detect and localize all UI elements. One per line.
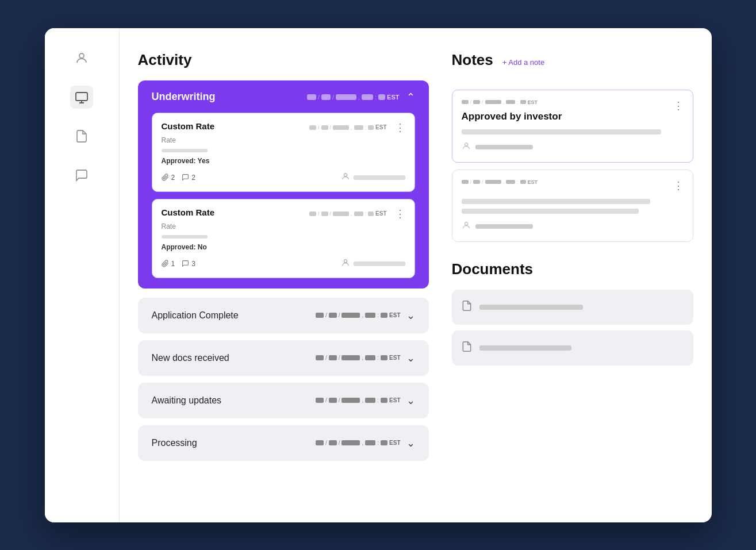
activity-chevron-2[interactable]: ⌄ [406,394,415,407]
notes-title: Notes [452,51,493,69]
sub-card-2[interactable]: Custom Rate / / , : [152,199,415,278]
sub-card-2-date: / / , : EST [309,210,387,217]
sub-card-2-title: Custom Rate [162,207,215,217]
sub-card-2-avatar-bar [354,261,405,266]
sidebar [45,28,120,522]
sub-card-2-comment-count: 3 [191,260,195,268]
activity-item-title-2: Awaiting updates [152,395,222,406]
note-card-2-avatar-icon [462,221,471,232]
activity-item-title-0: Application Complete [152,310,239,321]
underwriting-header: Underwriting / / , : EST [152,91,415,103]
note-card-1-footer [462,141,684,153]
document-icon[interactable] [70,125,93,148]
sub-card-2-header: Custom Rate / / , : [162,207,405,220]
sub-card-2-approved: Approved: No [162,243,405,251]
right-column: Notes + Add a note / / , [452,51,693,499]
activity-date-1: / / , : EST [316,355,401,361]
note-card-1[interactable]: / / , : EST Approved by investor [452,90,693,163]
note-card-2-header: / / , : EST ⋮ [462,179,684,192]
doc-file-icon-1 [461,300,473,314]
svg-point-4 [465,143,467,145]
sub-card-2-attach-count: 1 [171,260,175,268]
documents-section: Documents [452,260,693,366]
sub-card-2-avatar [341,258,405,270]
note-card-1-avatar-bar [475,145,533,149]
sub-card-1-footer: 2 2 [162,172,405,183]
note-card-1-avatar-icon [462,141,471,153]
note-card-1-menu-icon[interactable]: ⋮ [669,99,684,112]
sub-card-1-comment-count: 2 [191,174,195,182]
underwriting-card[interactable]: Underwriting / / , : EST [138,80,429,289]
note-card-1-left: / / , : EST Approved by investor [462,99,562,122]
user-icon[interactable] [70,47,93,70]
note-card-2-text-2 [462,209,639,214]
main-content: Activity Underwriting / / , [120,28,712,522]
doc-item-1-bar [479,305,583,310]
notes-section: Notes + Add a note / / , [452,51,693,242]
activity-item-right-2: / / , : EST ⌄ [316,394,415,407]
underwriting-date: / / , : EST [307,94,400,101]
doc-item-2-bar [479,345,571,351]
activity-item-new-docs[interactable]: New docs received / / , : EST ⌄ [138,340,429,376]
underwriting-title: Underwriting [152,91,216,103]
sub-card-2-avatar-icon [341,258,350,270]
note-card-2-text-1 [462,199,650,204]
activity-est-2: EST [389,397,400,403]
activity-date-0: / / , : EST [316,312,401,318]
monitor-icon[interactable] [70,86,93,109]
svg-point-2 [344,173,347,176]
notes-header: Notes + Add a note [452,51,693,80]
note-card-2-menu-icon[interactable]: ⋮ [669,179,684,192]
activity-item-title-3: Processing [152,438,197,448]
sub-card-1-attach-count: 2 [171,174,175,182]
sub-card-1-title: Custom Rate [162,121,215,131]
activity-item-title-1: New docs received [152,353,229,363]
note-card-1-header: / / , : EST Approved by investor [462,99,684,122]
activity-est-0: EST [389,312,400,318]
note-card-1-date: / / , : EST [462,99,562,105]
activity-item-right-0: / / , : EST ⌄ [316,309,415,322]
documents-title: Documents [452,260,693,278]
note-card-1-est: EST [528,99,538,105]
sub-card-1[interactable]: Custom Rate / / , : [152,113,415,192]
activity-item-right-3: / / , : EST ⌄ [316,437,415,449]
activity-chevron-1[interactable]: ⌄ [406,352,415,364]
svg-point-0 [79,53,84,58]
activity-item-right-1: / / , : EST ⌄ [316,352,415,364]
sub-card-2-footer: 1 3 [162,258,405,270]
chat-icon[interactable] [70,164,93,187]
activity-chevron-3[interactable]: ⌄ [406,437,415,449]
sub-card-1-comments: 2 [182,174,195,182]
activity-item-processing[interactable]: Processing / / , : EST ⌄ [138,425,429,461]
activity-chevron-0[interactable]: ⌄ [406,309,415,322]
underwriting-est: EST [387,94,399,101]
underwriting-collapse-icon[interactable]: ⌃ [406,91,415,103]
sub-card-1-label: Rate [162,136,405,144]
add-note-link[interactable]: + Add a note [502,58,544,67]
activity-item-awaiting[interactable]: Awaiting updates / / , : EST ⌄ [138,383,429,418]
note-card-2-avatar-bar [475,224,533,229]
note-card-2-est: EST [528,179,538,185]
note-card-2-date: / / , : EST [462,179,538,185]
sub-card-1-avatar-bar [354,175,405,180]
svg-point-3 [344,259,347,262]
note-card-2[interactable]: / / , : EST ⋮ [452,170,693,242]
doc-file-icon-2 [461,341,473,355]
sub-card-1-rate-bar [162,149,208,152]
sub-card-2-attachments: 1 [162,260,175,268]
sub-card-1-avatar-icon [341,172,350,183]
doc-item-1[interactable] [452,290,693,325]
activity-item-application-complete[interactable]: Application Complete / / , : EST ⌄ [138,298,429,333]
sub-card-1-stats: 2 2 [162,174,195,182]
sub-card-1-avatar [341,172,405,183]
activity-title: Activity [138,51,429,69]
note-card-1-title: Approved by investor [462,111,562,122]
doc-item-2[interactable] [452,330,693,366]
sub-card-2-est: EST [375,210,386,217]
sub-card-1-menu-icon[interactable]: ⋮ [390,121,405,134]
sub-card-2-comments: 3 [182,260,195,268]
sub-card-1-date: / / , : EST [309,124,387,130]
note-card-1-text-1 [462,129,661,134]
activity-date-3: / / , : EST [316,440,401,446]
sub-card-2-menu-icon[interactable]: ⋮ [390,207,405,220]
